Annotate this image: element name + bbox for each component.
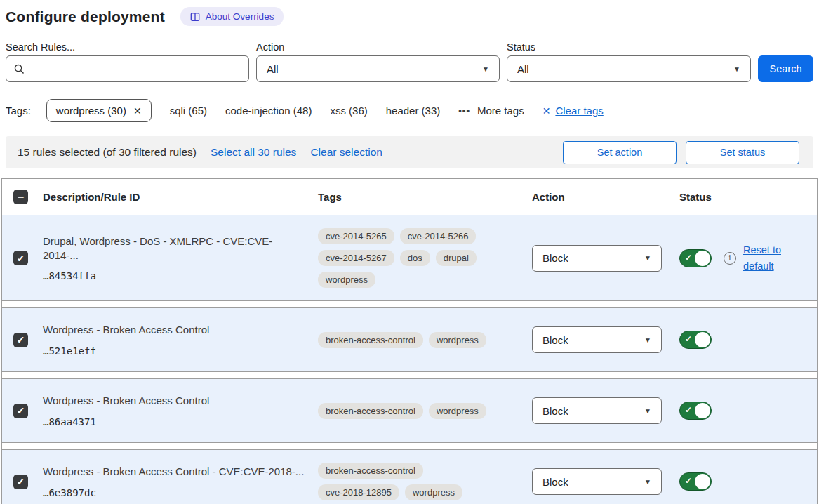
reset-area: i Reset to default xyxy=(712,242,787,274)
tag-pill: broken-access-control xyxy=(318,403,423,419)
info-icon[interactable]: i xyxy=(724,252,736,265)
book-icon xyxy=(190,12,200,22)
tag-pill: cve-2014-5267 xyxy=(318,250,394,266)
tag-pill: cve-2018-12895 xyxy=(318,484,399,500)
select-all-link[interactable]: Select all 30 rules xyxy=(211,146,296,159)
row-description: Wordpress - Broken Access Control xyxy=(43,394,307,408)
row-checkbox-cell xyxy=(2,475,37,489)
tag-item-code-injection[interactable]: code-injection (48) xyxy=(225,105,312,117)
row-tags-cell: broken-access-controlcve-2018-12895wordp… xyxy=(318,463,528,500)
about-overrides-badge[interactable]: About Overrides xyxy=(180,7,284,26)
chevron-down-icon: ▼ xyxy=(644,478,651,486)
status-toggle[interactable]: ✓ xyxy=(679,472,712,491)
row-status-cell: ✓ i Reset to default xyxy=(676,242,817,274)
action-select[interactable]: Block ▼ xyxy=(532,468,662,495)
about-overrides-label: About Overrides xyxy=(206,11,274,22)
rule-id: …521e1eff xyxy=(43,345,307,357)
selected-tag-label: wordpress (30) xyxy=(56,105,126,117)
row-description: Drupal, Wordpress - DoS - XMLRPC - CVE:C… xyxy=(43,234,307,263)
tag-item-header[interactable]: header (33) xyxy=(386,105,441,117)
set-action-button[interactable]: Set action xyxy=(563,141,677,164)
status-toggle[interactable]: ✓ xyxy=(679,402,712,420)
rule-id: …84534ffa xyxy=(43,270,307,281)
bulk-buttons: Set action Set status xyxy=(563,141,799,164)
row-checkbox[interactable] xyxy=(13,475,28,489)
ellipsis-icon: ••• xyxy=(458,105,470,116)
search-button[interactable]: Search xyxy=(758,55,813,82)
remove-tag-icon[interactable]: ✕ xyxy=(133,105,142,117)
status-label: Status xyxy=(507,41,751,53)
action-select[interactable]: Block ▼ xyxy=(532,326,662,353)
set-status-button[interactable]: Set status xyxy=(686,141,799,164)
row-status-cell: ✓ xyxy=(676,402,817,420)
table-row: Wordpress - Broken Access Control - CVE:… xyxy=(2,449,817,504)
selected-tag-wordpress[interactable]: wordpress (30) ✕ xyxy=(46,99,152,122)
more-tags-label: More tags xyxy=(477,105,524,117)
action-label: Action xyxy=(256,41,500,53)
action-select[interactable]: Block ▼ xyxy=(532,245,662,272)
row-tags-cell: broken-access-controlwordpress xyxy=(318,403,528,419)
row-action-cell: Block ▼ xyxy=(528,326,676,353)
tag-pill: cve-2014-5266 xyxy=(400,228,477,244)
action-select-value: Block xyxy=(542,476,568,488)
status-filter-value: All xyxy=(517,63,529,75)
row-tags-cell: cve-2014-5265cve-2014-5266cve-2014-5267d… xyxy=(318,228,528,288)
clear-selection-link[interactable]: Clear selection xyxy=(310,146,382,159)
status-toggle[interactable]: ✓ xyxy=(679,249,712,267)
more-tags-button[interactable]: ••• More tags xyxy=(458,105,524,117)
search-icon xyxy=(13,63,25,75)
configure-deployment-page: Configure deployment About Overrides Sea… xyxy=(0,0,819,504)
row-checkbox-cell xyxy=(2,404,37,418)
row-checkbox[interactable] xyxy=(13,404,28,418)
search-field: Search Rules... xyxy=(6,41,249,82)
row-action-cell: Block ▼ xyxy=(528,468,676,495)
select-all-checkbox[interactable] xyxy=(13,190,28,204)
status-filter-select[interactable]: All ▼ xyxy=(507,55,751,82)
chevron-down-icon: ▼ xyxy=(482,65,489,73)
toggle-knob xyxy=(695,474,710,489)
row-tags: broken-access-controlwordpress xyxy=(318,332,495,348)
row-status-cell: ✓ xyxy=(676,472,817,491)
tag-pill: dos xyxy=(400,250,430,266)
column-description: Description/Rule ID xyxy=(37,191,318,203)
action-field: Action All ▼ xyxy=(256,41,500,82)
clear-tags-label: Clear tags xyxy=(555,105,603,117)
row-status-cell: ✓ xyxy=(676,331,817,349)
toggle-knob xyxy=(695,332,710,347)
clear-tags-link[interactable]: ✕ Clear tags xyxy=(542,105,604,117)
table-row: Drupal, Wordpress - DoS - XMLRPC - CVE:C… xyxy=(2,215,817,301)
table-row: Wordpress - Broken Access Control …521e1… xyxy=(2,307,817,372)
header-checkbox-cell xyxy=(2,190,37,204)
row-action-cell: Block ▼ xyxy=(528,245,676,272)
tag-pill: broken-access-control xyxy=(318,463,423,479)
tag-pill: wordpress xyxy=(318,272,375,288)
action-filter-select[interactable]: All ▼ xyxy=(256,55,500,82)
row-checkbox-cell xyxy=(2,251,37,265)
check-icon: ✓ xyxy=(685,476,692,486)
tags-bar-label: Tags: xyxy=(6,105,31,117)
row-action-cell: Block ▼ xyxy=(528,397,676,424)
row-checkbox[interactable] xyxy=(13,251,28,265)
row-description: Wordpress - Broken Access Control - CVE:… xyxy=(43,465,307,479)
tag-item-sqli[interactable]: sqli (65) xyxy=(170,105,207,117)
search-input-wrap xyxy=(6,55,249,82)
check-icon: ✓ xyxy=(685,405,692,415)
chevron-down-icon: ▼ xyxy=(644,254,651,262)
chevron-down-icon: ▼ xyxy=(733,65,740,73)
search-input[interactable] xyxy=(31,56,241,81)
toggle-knob xyxy=(695,403,710,418)
action-select[interactable]: Block ▼ xyxy=(532,397,662,424)
chevron-down-icon: ▼ xyxy=(644,336,651,344)
row-checkbox[interactable] xyxy=(13,333,28,347)
row-description-cell: Wordpress - Broken Access Control - CVE:… xyxy=(37,465,318,498)
tag-pill: wordpress xyxy=(405,484,462,500)
filter-bar: Search Rules... Action All ▼ Status All … xyxy=(6,41,813,82)
action-select-value: Block xyxy=(542,405,568,417)
row-description-cell: Wordpress - Broken Access Control …86aa4… xyxy=(37,394,318,427)
action-filter-value: All xyxy=(267,63,279,75)
status-toggle[interactable]: ✓ xyxy=(679,331,712,349)
selection-summary: 15 rules selected (of 30 filtered rules) xyxy=(18,146,197,159)
tag-pill: cve-2014-5265 xyxy=(318,228,394,244)
tag-item-xss[interactable]: xss (36) xyxy=(330,105,367,117)
reset-to-default-link[interactable]: Reset to default xyxy=(743,242,787,274)
